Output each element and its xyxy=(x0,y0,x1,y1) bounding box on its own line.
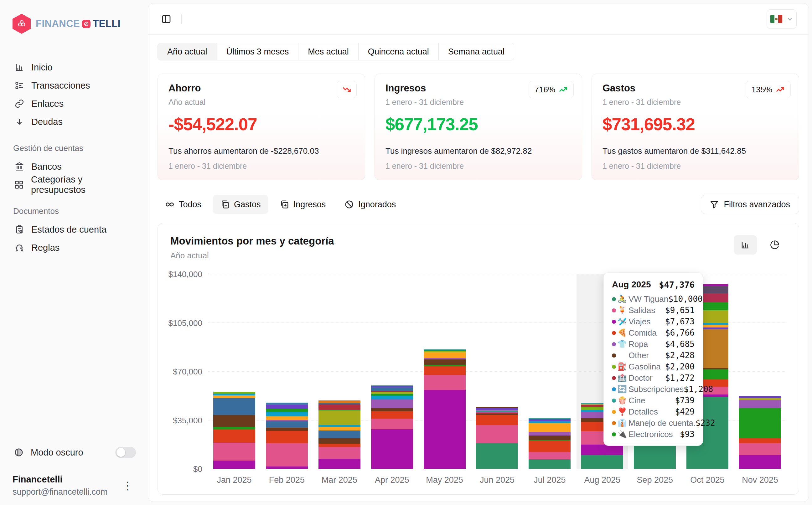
tab-ano-actual[interactable]: Año actual xyxy=(158,43,217,60)
stat-card-description: Tus ingresos aumentaron de $82,972.82 xyxy=(385,146,571,156)
tooltip-category-label: Manejo de cuenta. xyxy=(629,418,695,428)
stacked-bar[interactable] xyxy=(371,385,413,469)
stat-card-range: 1 enero - 31 diciembre xyxy=(603,162,788,171)
stacked-bar[interactable] xyxy=(266,402,308,469)
tooltip-row: 🚴VW Tiguan$10,000 xyxy=(612,293,694,305)
category-color-dot xyxy=(612,331,616,335)
bar-chart-toggle[interactable] xyxy=(734,235,757,255)
stat-card-ahorro: AhorroAño actual-$54,522.07Tus ahorros a… xyxy=(158,73,365,180)
y-axis-labels: $0$35,000$70,000$105,000$140,000 xyxy=(170,274,208,469)
category-color-dot xyxy=(612,308,616,313)
sidebar-item-label: Reglas xyxy=(31,242,59,253)
tab-semana-actual[interactable]: Semana actual xyxy=(439,43,514,60)
sidebar-item-transacciones[interactable]: Transacciones xyxy=(13,76,136,95)
filter-ingresos[interactable]: Ingresos xyxy=(272,195,333,214)
bar-segment-violet xyxy=(739,400,781,408)
category-emoji-icon: 👔 xyxy=(616,418,629,428)
chart-month-jun-2025[interactable] xyxy=(471,274,524,469)
trending-up-icon xyxy=(558,85,568,94)
chart-month-may-2025[interactable] xyxy=(419,274,471,469)
bar-segment-darkred xyxy=(318,404,360,410)
tooltip-row: Other$2,428 xyxy=(612,350,694,361)
chart-month-mar-2025[interactable] xyxy=(313,274,366,469)
filter-gastos[interactable]: Gastos xyxy=(213,195,268,214)
tooltip-category-value: $6,766 xyxy=(665,328,694,337)
dark-mode-toggle[interactable] xyxy=(115,447,136,458)
dark-mode-label: Modo oscuro xyxy=(31,448,108,458)
bar-segment-amber xyxy=(424,352,466,358)
stacked-bar[interactable] xyxy=(213,392,255,469)
stat-card-description: Tus gastos aumentaron de $311,642.85 xyxy=(603,146,788,156)
mexico-flag-icon xyxy=(770,15,783,23)
sidebar-item-reglas[interactable]: Reglas xyxy=(13,238,136,257)
chart-month-apr-2025[interactable] xyxy=(366,274,419,469)
sidebar-item-inicio[interactable]: Inicio xyxy=(13,58,136,76)
sidebar-item-label: Bancos xyxy=(31,162,62,172)
trend-badge[interactable]: 135% xyxy=(746,81,791,98)
bar-segment-redorange xyxy=(371,411,413,418)
bar-segment-forest xyxy=(739,408,781,439)
x-tick-label: Nov 2025 xyxy=(734,475,786,485)
bar-segment-olive xyxy=(318,410,360,425)
main-panel: Año actualÚltimos 3 mesesMes actualQuinc… xyxy=(148,3,809,502)
contrast-icon xyxy=(14,448,24,458)
sidebar-item-label: Estados de cuenta xyxy=(31,224,107,235)
filter-label: Ignorados xyxy=(358,200,396,209)
bar-segment-magenta xyxy=(581,445,623,455)
chart-month-jan-2025[interactable] xyxy=(208,274,261,469)
sidebar-item-bancos[interactable]: Bancos xyxy=(13,158,136,176)
tooltip-category-label: Viajes xyxy=(629,317,650,327)
x-tick-label: Apr 2025 xyxy=(366,475,419,485)
tab-quincena-actual[interactable]: Quincena actual xyxy=(358,43,439,60)
stacked-bar[interactable] xyxy=(739,396,781,469)
bar-segment-magenta xyxy=(213,461,255,469)
bar-segment-steelblue xyxy=(266,421,308,428)
stacked-bar[interactable] xyxy=(318,400,360,469)
stat-card-subtitle: Año actual xyxy=(168,98,354,107)
bar-segment-redorange xyxy=(213,429,255,443)
sidebar-item-deudas[interactable]: Deudas xyxy=(13,113,136,131)
chart-month-jul-2025[interactable] xyxy=(523,274,576,469)
sidebar-item-estados-de-cuenta[interactable]: Estados de cuenta xyxy=(13,220,136,238)
advanced-filters-button[interactable]: Filtros avanzados xyxy=(701,195,799,214)
sidebar-item-enlaces[interactable]: Enlaces xyxy=(13,95,136,113)
tab-mes-actual[interactable]: Mes actual xyxy=(298,43,358,60)
category-color-dot xyxy=(612,398,616,402)
chart-month-feb-2025[interactable] xyxy=(261,274,313,469)
tooltip-category-value: $4,685 xyxy=(665,339,694,349)
x-tick-label: May 2025 xyxy=(419,475,471,485)
account-menu-button[interactable]: ⋮ xyxy=(119,478,136,493)
bar-segment-forest xyxy=(266,409,308,412)
topbar-divider xyxy=(181,14,182,24)
chevron-down-icon xyxy=(786,16,793,22)
chart-month-nov-2025[interactable] xyxy=(734,274,786,469)
bar-segment-magenta xyxy=(739,455,781,469)
category-color-dot xyxy=(612,376,616,380)
stacked-bar[interactable] xyxy=(424,349,466,469)
bar-segment-cyan xyxy=(529,422,571,424)
account-email: support@financetelli.com xyxy=(13,487,108,497)
bar-segment-redorange xyxy=(424,366,466,375)
bar-segment-brown xyxy=(213,415,255,427)
trend-badge[interactable] xyxy=(337,81,357,98)
tab-ultimos-3-meses[interactable]: Últimos 3 meses xyxy=(217,43,299,60)
sidebar-item-categorias-y-presupuestos[interactable]: Categorías y presupuestos xyxy=(13,176,136,194)
tooltip-category-value: $10,000 xyxy=(668,294,703,304)
y-tick-label: $140,000 xyxy=(168,270,202,279)
sidebar-toggle-button[interactable] xyxy=(160,13,173,25)
stacked-bar[interactable] xyxy=(476,407,518,469)
y-tick-label: $70,000 xyxy=(173,367,202,377)
tooltip-row: 🍿Cine$739 xyxy=(612,395,694,406)
filter-ignorados[interactable]: Ignorados xyxy=(337,195,403,214)
stacked-bar[interactable] xyxy=(529,418,571,469)
category-color-dot xyxy=(612,297,616,301)
pie-chart-toggle[interactable] xyxy=(763,235,786,255)
bar-segment-magenta xyxy=(266,467,308,469)
filter-todos[interactable]: Todos xyxy=(158,195,209,214)
bar-segment-cyan xyxy=(266,412,308,416)
ban-icon xyxy=(344,200,354,209)
list-icon xyxy=(14,80,24,91)
brand[interactable]: FINANCE TELLI xyxy=(13,14,136,34)
trend-badge[interactable]: 716% xyxy=(529,81,574,98)
language-selector[interactable] xyxy=(767,9,797,29)
